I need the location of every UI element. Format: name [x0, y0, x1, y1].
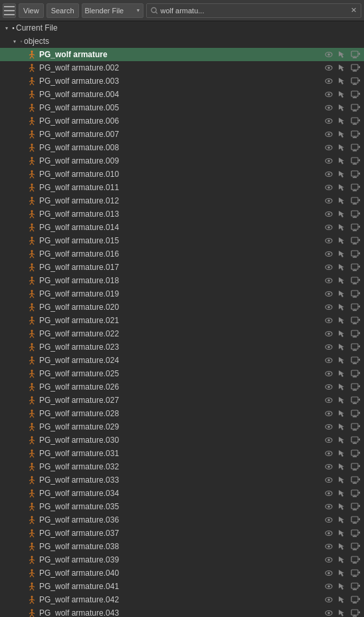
tree-item[interactable]: PG_wolf armature.041: [0, 580, 364, 593]
eye-action[interactable]: [323, 75, 335, 87]
tree-item[interactable]: PG_wolf armature.039: [0, 553, 364, 566]
select-action[interactable]: [336, 328, 348, 340]
eye-action[interactable]: [323, 221, 335, 233]
select-action[interactable]: [336, 381, 348, 393]
eye-action[interactable]: [323, 128, 335, 140]
render-action[interactable]: [349, 527, 361, 539]
eye-action[interactable]: [323, 88, 335, 100]
tree-item[interactable]: PG_wolf armature.036: [0, 513, 364, 527]
eye-action[interactable]: [323, 594, 335, 606]
select-action[interactable]: [336, 541, 348, 553]
tree-item[interactable]: PG_wolf armature.032: [0, 460, 364, 473]
tree-item[interactable]: PG_wolf armature.005: [0, 101, 364, 114]
tree-item[interactable]: PG_wolf armature.043: [0, 606, 364, 617]
render-action[interactable]: [349, 102, 361, 114]
eye-action[interactable]: [323, 501, 335, 513]
select-action[interactable]: [336, 314, 348, 326]
eye-action[interactable]: [323, 142, 335, 154]
tree-item[interactable]: PG_wolf armature.026: [0, 380, 364, 394]
eye-action[interactable]: [323, 248, 335, 260]
select-action[interactable]: [336, 275, 348, 287]
tree-item[interactable]: PG_wolf armature.016: [0, 247, 364, 261]
tree-item[interactable]: PG_wolf armature.019: [0, 287, 364, 301]
eye-action[interactable]: [323, 102, 335, 114]
tree-item[interactable]: PG_wolf armature.015: [0, 234, 364, 247]
tree-item[interactable]: PG_wolf armature.008: [0, 141, 364, 154]
select-action[interactable]: [336, 301, 348, 313]
render-action[interactable]: [349, 248, 361, 260]
tree-item[interactable]: PG_wolf armature.013: [0, 207, 364, 221]
tree-item[interactable]: PG_wolf armature.024: [0, 354, 364, 367]
render-action[interactable]: [349, 487, 361, 499]
render-action[interactable]: [349, 328, 361, 340]
search-box[interactable]: ✕: [146, 3, 361, 18]
render-action[interactable]: [349, 461, 361, 473]
render-action[interactable]: [349, 408, 361, 420]
select-action[interactable]: [336, 235, 348, 247]
render-action[interactable]: [349, 275, 361, 287]
tree-item[interactable]: PG_wolf armature.037: [0, 527, 364, 540]
render-action[interactable]: [349, 49, 361, 61]
render-action[interactable]: [349, 288, 361, 300]
eye-action[interactable]: [323, 155, 335, 167]
tree-item[interactable]: PG_wolf armature.007: [0, 128, 364, 141]
tree-item[interactable]: PG_wolf armature.004: [0, 88, 364, 101]
eye-action[interactable]: [323, 474, 335, 486]
eye-action[interactable]: [323, 168, 335, 180]
tree-item[interactable]: PG_wolf armature.011: [0, 181, 364, 194]
eye-action[interactable]: [323, 314, 335, 326]
select-action[interactable]: [336, 261, 348, 273]
eye-action[interactable]: [323, 354, 335, 366]
render-action[interactable]: [349, 554, 361, 566]
eye-action[interactable]: [323, 49, 335, 61]
select-action[interactable]: [336, 168, 348, 180]
render-action[interactable]: [349, 62, 361, 74]
select-action[interactable]: [336, 248, 348, 260]
render-action[interactable]: [349, 607, 361, 617]
render-action[interactable]: [349, 341, 361, 353]
eye-action[interactable]: [323, 235, 335, 247]
render-action[interactable]: [349, 208, 361, 220]
render-action[interactable]: [349, 474, 361, 486]
select-action[interactable]: [336, 421, 348, 433]
search-button[interactable]: Search: [46, 3, 79, 18]
tree-item[interactable]: PG_wolf armature.029: [0, 420, 364, 433]
file-dropdown[interactable]: Blender File All Scenes Current Scene: [82, 3, 143, 18]
expand-arrow-root[interactable]: [3, 24, 11, 32]
tree-item[interactable]: PG_wolf armature.040: [0, 566, 364, 580]
render-action[interactable]: [349, 580, 361, 592]
select-action[interactable]: [336, 221, 348, 233]
tree-item[interactable]: PG_wolf armature.042: [0, 593, 364, 606]
select-action[interactable]: [336, 434, 348, 446]
eye-action[interactable]: [323, 447, 335, 459]
tree-item[interactable]: PG_wolf armature.028: [0, 407, 364, 420]
render-action[interactable]: [349, 221, 361, 233]
menu-icon-button[interactable]: [3, 3, 16, 18]
eye-action[interactable]: [323, 182, 335, 193]
render-action[interactable]: [349, 235, 361, 247]
select-action[interactable]: [336, 447, 348, 459]
eye-action[interactable]: [323, 115, 335, 127]
select-action[interactable]: [336, 594, 348, 606]
select-action[interactable]: [336, 142, 348, 154]
render-action[interactable]: [349, 195, 361, 207]
render-action[interactable]: [349, 314, 361, 326]
eye-action[interactable]: [323, 461, 335, 473]
tree-item[interactable]: PG_wolf armature.002: [0, 61, 364, 74]
eye-action[interactable]: [323, 527, 335, 539]
eye-action[interactable]: [323, 261, 335, 273]
render-action[interactable]: [349, 567, 361, 579]
render-action[interactable]: [349, 168, 361, 180]
tree-item[interactable]: PG_wolf armature.038: [0, 540, 364, 553]
render-action[interactable]: [349, 381, 361, 393]
render-action[interactable]: [349, 354, 361, 366]
select-action[interactable]: [336, 49, 348, 61]
tree-item[interactable]: PG_wolf armature.009: [0, 154, 364, 168]
tree-item[interactable]: PG_wolf armature.017: [0, 261, 364, 274]
eye-action[interactable]: [323, 541, 335, 553]
render-action[interactable]: [349, 142, 361, 154]
tree-item[interactable]: PG_wolf armature.023: [0, 340, 364, 354]
select-action[interactable]: [336, 115, 348, 127]
tree-item[interactable]: PG_wolf armature.010: [0, 168, 364, 181]
render-action[interactable]: [349, 182, 361, 193]
